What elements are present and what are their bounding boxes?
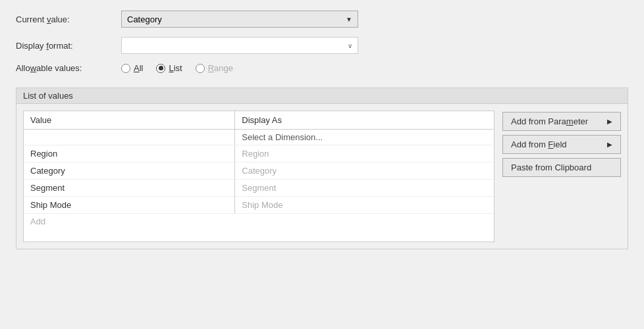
allowable-values-label: Allowable values: [16,63,121,73]
display-format-dropdown[interactable]: ∨ [121,37,358,54]
current-value-label: Current value: [16,14,121,24]
current-value-dropdown[interactable]: Category ▼ [121,11,358,28]
radio-list[interactable]: List [156,63,182,73]
col-value-header: Value [24,111,235,129]
current-value-row: Current value: Category ▼ [16,11,628,28]
top-section: Current value: Category ▼ Display format… [0,0,644,81]
select-dimension-link[interactable]: Select a Dimension... [235,130,494,145]
list-section-body: Value Display As Select a Dimension... R… [16,104,628,249]
cell-value-3: Segment [24,180,235,196]
add-from-field-label: Add from Field [511,139,567,149]
action-buttons: Add from Parameter ▶ Add from Field ▶ Pa… [502,111,621,242]
cell-value-1: Region [24,145,235,162]
table-subheader-row: Select a Dimension... [24,130,494,145]
add-row[interactable]: Add [24,214,494,229]
radio-all-input[interactable] [121,64,130,73]
allowable-values-row: Allowable values: All List Range [16,63,628,73]
cell-display-1: Region [235,145,494,162]
table-row[interactable]: Category Category [24,163,494,180]
main-container: Current value: Category ▼ Display format… [0,0,644,329]
cell-display-2: Category [235,163,494,179]
add-from-field-arrow-icon: ▶ [607,141,612,148]
radio-range-input[interactable] [196,64,205,73]
table-header-row: Value Display As [24,111,494,130]
table-row[interactable]: Region Region [24,145,494,163]
add-from-parameter-arrow-icon: ▶ [607,118,612,125]
table-row[interactable]: Ship Mode Ship Mode [24,197,494,214]
list-section-header: List of values [16,88,628,104]
radio-all[interactable]: All [121,63,143,73]
col-display-header: Display As [235,111,494,129]
radio-range[interactable]: Range [196,63,233,73]
list-of-values-section: List of values Value Display As Select a… [16,88,628,249]
radio-list-input[interactable] [156,64,165,73]
paste-from-clipboard-button[interactable]: Paste from Clipboard [502,158,621,177]
display-format-label: Display format: [16,41,121,51]
add-label: Add [30,216,45,226]
display-format-arrow-icon: ∨ [348,42,352,49]
radio-group: All List Range [121,63,233,73]
subheader-empty [24,130,235,145]
radio-all-label: All [134,63,143,73]
values-table: Value Display As Select a Dimension... R… [23,111,495,242]
radio-list-label: List [169,63,182,73]
paste-from-clipboard-label: Paste from Clipboard [511,163,591,172]
display-format-row: Display format: ∨ [16,37,628,54]
table-row[interactable]: Segment Segment [24,180,494,197]
cell-value-2: Category [24,163,235,179]
add-from-parameter-label: Add from Parameter [511,116,588,126]
cell-display-3: Segment [235,180,494,196]
cell-value-4: Ship Mode [24,197,235,213]
radio-range-label: Range [208,63,233,73]
cell-display-4: Ship Mode [235,197,494,213]
add-from-parameter-button[interactable]: Add from Parameter ▶ [502,112,621,131]
add-from-field-button[interactable]: Add from Field ▶ [502,135,621,154]
current-value-arrow-icon: ▼ [346,16,352,23]
current-value-text: Category [127,14,162,24]
